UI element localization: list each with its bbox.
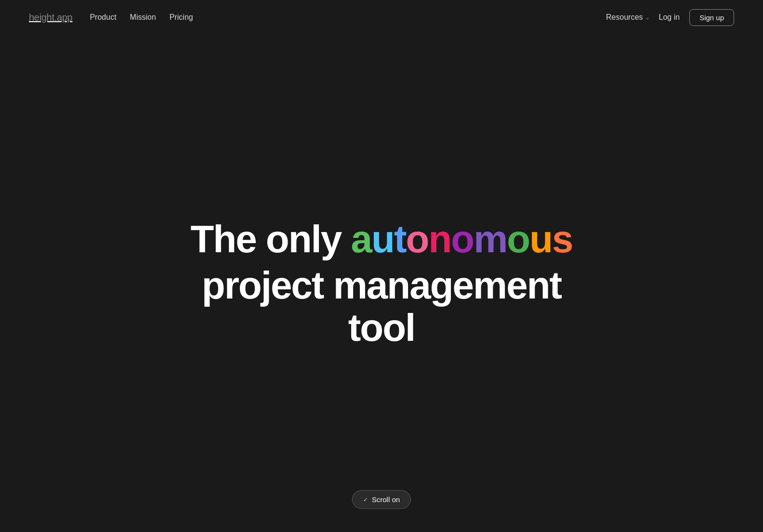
hero-heading: The only autonomous project management t… bbox=[165, 218, 598, 349]
letter-o1: o bbox=[406, 218, 429, 260]
nav-left: height.app Product Mission Pricing bbox=[29, 12, 193, 23]
hero-section: The only autonomous project management t… bbox=[0, 35, 763, 532]
resources-label: Resources bbox=[606, 13, 643, 22]
nav-right: Resources ⌄ Log in Sign up bbox=[606, 9, 734, 26]
chevron-down-icon: ✓ bbox=[363, 496, 368, 503]
nav-link-mission[interactable]: Mission bbox=[130, 13, 156, 21]
nav-link-pricing[interactable]: Pricing bbox=[170, 13, 193, 21]
resources-dropdown[interactable]: Resources ⌄ bbox=[606, 13, 649, 22]
nav-links: Product Mission Pricing bbox=[90, 13, 193, 22]
hero-colored-word: autonomous bbox=[351, 218, 573, 260]
chevron-down-icon: ⌄ bbox=[645, 15, 649, 20]
logo[interactable]: height.app bbox=[29, 12, 72, 23]
letter-u2: u bbox=[529, 218, 552, 260]
letter-t: t bbox=[394, 218, 406, 260]
letter-m: m bbox=[474, 218, 507, 260]
scroll-on-label: Scroll on bbox=[372, 495, 400, 504]
logo-suffix: .app bbox=[54, 12, 73, 23]
navbar: height.app Product Mission Pricing Resou… bbox=[0, 0, 763, 35]
letter-n: n bbox=[428, 218, 451, 260]
login-link[interactable]: Log in bbox=[659, 13, 680, 22]
letter-o2: o bbox=[451, 218, 474, 260]
hero-prefix: The only bbox=[190, 218, 351, 260]
letter-u1: u bbox=[371, 218, 394, 260]
nav-item-mission[interactable]: Mission bbox=[130, 13, 156, 22]
letter-s: s bbox=[552, 218, 573, 260]
nav-link-product[interactable]: Product bbox=[90, 13, 116, 21]
logo-text: height bbox=[29, 12, 54, 23]
nav-item-pricing[interactable]: Pricing bbox=[170, 13, 193, 22]
nav-item-product[interactable]: Product bbox=[90, 13, 116, 22]
hero-line2: project management tool bbox=[165, 264, 598, 349]
signup-button[interactable]: Sign up bbox=[689, 9, 734, 26]
scroll-on-button[interactable]: ✓ Scroll on bbox=[352, 490, 411, 509]
hero-line1: The only autonomous bbox=[165, 218, 598, 260]
letter-o3: o bbox=[507, 218, 529, 260]
letter-a: a bbox=[351, 218, 372, 260]
